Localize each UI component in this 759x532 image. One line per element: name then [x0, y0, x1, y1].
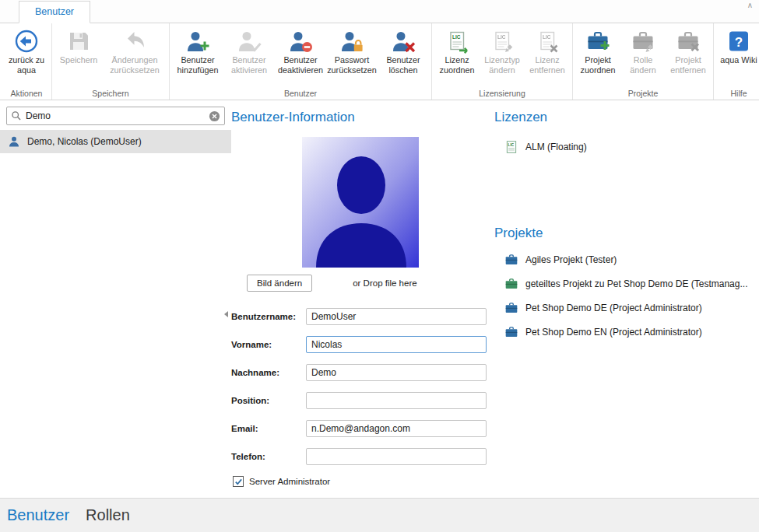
server-admin-row[interactable]: Server Administrator: [233, 476, 494, 487]
group-label-lizensierung: Lizensierung: [432, 89, 572, 98]
button-label: Projekt entfernen: [666, 55, 711, 75]
user-list-item[interactable]: Demo, Nicolas (DemoUser): [0, 130, 231, 153]
button-label: Rolle ändern: [620, 55, 666, 75]
collapse-ribbon-icon[interactable]: ∧: [747, 1, 753, 9]
license-item[interactable]: LIC ALM (Floating): [504, 140, 759, 154]
button-label: Benutzer aktivieren: [223, 55, 275, 75]
assign-license-icon: LIC: [445, 29, 469, 54]
svg-text:LIC: LIC: [452, 34, 461, 40]
assign-license-button[interactable]: LIC Lizenz zuordnen: [434, 25, 480, 87]
group-label-projekte: Projekte: [573, 89, 713, 98]
group-label-hilfe: Hilfe: [714, 89, 759, 98]
licenses-projects-panel: Lizenzen LIC ALM (Floating) Projekte Agi…: [494, 101, 759, 498]
ribbon-group-aktionen: zurück zu aqua Aktionen: [2, 23, 52, 100]
lastname-input[interactable]: [306, 364, 487, 381]
back-arrow-icon: [14, 29, 39, 54]
license-item-label: ALM (Floating): [525, 142, 587, 152]
assign-project-button[interactable]: Projekt zuordnen: [575, 25, 620, 87]
button-label: Passwort zurücksetzen: [326, 55, 378, 75]
ribbon-body: zurück zu aqua Aktionen Speichern Änderu…: [0, 23, 759, 100]
phone-label: Telefon:: [231, 452, 306, 461]
button-label: Änderungen zurücksetzen: [103, 55, 167, 75]
position-input[interactable]: [306, 392, 487, 409]
save-button[interactable]: Speichern: [54, 25, 103, 87]
project-briefcase-icon: [504, 301, 518, 315]
avatar-actions-row: Bild ändern or Drop file here: [231, 275, 494, 292]
drop-file-hint: or Drop file here: [353, 278, 416, 288]
firstname-input[interactable]: [306, 336, 487, 353]
user-avatar[interactable]: [302, 137, 419, 268]
form-row-lastname: Nachname:: [231, 364, 494, 381]
server-admin-label: Server Administrator: [249, 477, 330, 486]
licenses-title: Lizenzen: [494, 110, 759, 125]
back-to-aqua-button[interactable]: zurück zu aqua: [4, 25, 49, 87]
project-item[interactable]: Agiles Projekt (Tester): [504, 253, 759, 267]
remove-license-button[interactable]: LIC Lizenz entfernen: [525, 25, 570, 87]
clear-search-icon[interactable]: [209, 110, 220, 122]
button-label: Lizenz zuordnen: [434, 55, 480, 75]
button-label: Projekt zuordnen: [575, 55, 620, 75]
shared-project-briefcase-icon: [504, 277, 518, 291]
bottom-tab-rollen[interactable]: Rollen: [86, 506, 130, 524]
assign-project-icon: [585, 29, 610, 54]
deactivate-user-button[interactable]: Benutzer deaktivieren: [275, 25, 326, 87]
project-item-label: geteiltes Projekt zu Pet Shop Demo DE (T…: [525, 278, 747, 289]
bottom-tab-benutzer[interactable]: Benutzer: [7, 506, 69, 524]
ribbon-group-speichern: Speichern Änderungen zurücksetzen Speich…: [52, 23, 170, 100]
collapse-panel-arrow-icon[interactable]: [224, 311, 228, 317]
help-question-icon: ?: [726, 29, 751, 54]
form-row-email: Email:: [231, 420, 494, 437]
change-license-type-button[interactable]: LIC Lizenztyp ändern: [480, 25, 525, 87]
remove-project-icon: [676, 29, 701, 54]
email-input[interactable]: [306, 420, 487, 437]
user-icon: [8, 135, 20, 148]
projects-title: Projekte: [494, 226, 759, 241]
project-item-label: Pet Shop Demo DE (Project Administrator): [525, 303, 702, 313]
aqua-wiki-button[interactable]: ? aqua Wiki: [716, 25, 759, 87]
group-label-aktionen: Aktionen: [2, 89, 51, 98]
user-info-title: Benutzer-Information: [231, 110, 494, 125]
button-label: zurück zu aqua: [4, 55, 49, 75]
project-item[interactable]: Pet Shop Demo EN (Project Administrator): [504, 325, 759, 339]
ribbon-tab-benutzer[interactable]: Benutzer: [19, 1, 90, 23]
user-search-input[interactable]: [26, 110, 205, 121]
project-briefcase-icon: [504, 325, 518, 339]
add-user-button[interactable]: Benutzer hinzufügen: [172, 25, 223, 87]
undo-changes-button[interactable]: Änderungen zurücksetzen: [103, 25, 167, 87]
server-admin-checkbox[interactable]: [233, 476, 244, 487]
form-row-phone: Telefon:: [231, 448, 494, 465]
username-label: Benutzername:: [231, 312, 306, 321]
username-input[interactable]: [306, 308, 487, 325]
svg-text:LIC: LIC: [497, 34, 506, 40]
delete-user-button[interactable]: Benutzer löschen: [378, 25, 429, 87]
change-role-icon: [631, 29, 655, 54]
app-window: Benutzer ∧ zurück zu aqua Aktionen: [0, 0, 759, 532]
ribbon: Benutzer ∧ zurück zu aqua Aktionen: [0, 0, 759, 100]
license-icon: LIC: [504, 140, 518, 154]
position-label: Position:: [231, 396, 306, 405]
user-info-panel: Benutzer-Information Bild ändern or Drop…: [231, 101, 494, 498]
ribbon-tab-row: Benutzer ∧: [0, 0, 759, 23]
change-image-button[interactable]: Bild ändern: [247, 275, 312, 292]
remove-project-button[interactable]: Projekt entfernen: [666, 25, 711, 87]
ribbon-group-benutzer: Benutzer hinzufügen Benutzer aktivieren …: [170, 23, 432, 100]
button-label: Benutzer deaktivieren: [275, 55, 326, 75]
project-item[interactable]: geteiltes Projekt zu Pet Shop Demo DE (T…: [504, 277, 759, 291]
change-role-button[interactable]: Rolle ändern: [620, 25, 666, 87]
phone-input[interactable]: [306, 448, 487, 465]
button-label: Lizenztyp ändern: [480, 55, 525, 75]
svg-text:LIC: LIC: [543, 34, 551, 40]
firstname-label: Vorname:: [231, 340, 306, 349]
user-search-box: [6, 107, 225, 125]
form-row-position: Position:: [231, 392, 494, 409]
reset-password-button[interactable]: Passwort zurücksetzen: [326, 25, 378, 87]
user-list-item-label: Demo, Nicolas (DemoUser): [27, 136, 142, 147]
deactivate-user-icon: [288, 29, 313, 54]
change-license-type-icon: LIC: [490, 29, 515, 54]
user-list-panel: Demo, Nicolas (DemoUser): [0, 101, 231, 498]
activate-user-button[interactable]: Benutzer aktivieren: [223, 25, 275, 87]
add-user-icon: [185, 29, 210, 54]
project-item[interactable]: Pet Shop Demo DE (Project Administrator): [504, 301, 759, 315]
group-label-benutzer: Benutzer: [170, 89, 431, 98]
email-label: Email:: [231, 424, 306, 433]
